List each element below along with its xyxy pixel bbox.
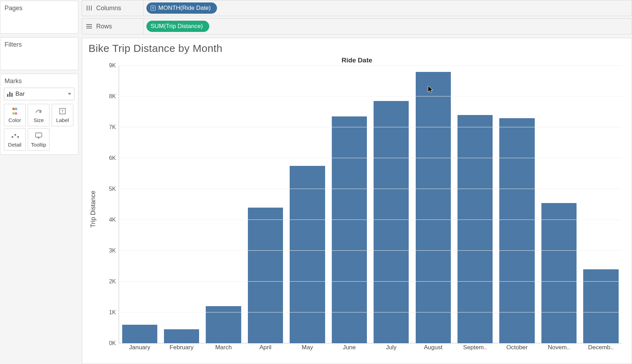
size-button-label: Size xyxy=(33,117,44,123)
bar[interactable] xyxy=(374,101,409,343)
detail-button-label: Detail xyxy=(8,142,21,148)
svg-rect-3 xyxy=(35,133,42,137)
columns-icon xyxy=(86,5,93,11)
color-button-label: Color xyxy=(8,117,21,123)
bar[interactable] xyxy=(248,208,283,343)
rows-shelf[interactable]: Rows SUM(Trip Distance) xyxy=(82,18,632,34)
pages-title: Pages xyxy=(0,1,78,14)
columns-shelf[interactable]: Columns + MONTH(Ride Date) xyxy=(82,0,632,16)
mark-type-selector[interactable]: Bar xyxy=(4,88,74,100)
detail-button[interactable]: Detail xyxy=(4,128,26,151)
size-button[interactable]: Size xyxy=(28,104,50,126)
columns-pill[interactable]: + MONTH(Ride Date) xyxy=(146,2,217,14)
bar[interactable] xyxy=(457,115,493,343)
x-tick-label: February xyxy=(160,344,202,352)
x-tick-label: June xyxy=(328,344,370,352)
columns-shelf-label: Columns xyxy=(96,5,121,12)
label-icon: T xyxy=(59,107,66,115)
detail-icon xyxy=(11,132,19,140)
columns-pill-label: MONTH(Ride Date) xyxy=(158,5,211,12)
mark-type-label: Bar xyxy=(15,90,25,97)
bar[interactable] xyxy=(164,329,199,343)
label-button-label: Label xyxy=(56,117,69,123)
bar[interactable] xyxy=(122,325,157,343)
color-icon xyxy=(11,107,18,115)
bar[interactable] xyxy=(416,72,451,343)
bar[interactable] xyxy=(290,166,325,343)
size-icon xyxy=(35,107,42,115)
y-tick-label: 4K xyxy=(96,217,116,223)
plus-icon: + xyxy=(151,6,156,11)
y-tick-label: 5K xyxy=(96,186,116,192)
y-tick-label: 3K xyxy=(96,248,116,254)
tooltip-button-label: Tooltip xyxy=(31,142,46,148)
y-tick-label: 7K xyxy=(96,124,116,130)
y-tick-label: 9K xyxy=(96,62,116,69)
x-tick-label: July xyxy=(370,344,412,352)
viz-area[interactable]: Bike Trip Distance by Month Ride Date Tr… xyxy=(82,38,632,364)
bar[interactable] xyxy=(541,203,577,343)
rows-pill-label: SUM(Trip Distance) xyxy=(151,23,203,30)
color-button[interactable]: Color xyxy=(4,104,26,126)
x-tick-label: Novem.. xyxy=(538,344,580,352)
tooltip-button[interactable]: Tooltip xyxy=(28,128,50,151)
x-tick-label: May xyxy=(287,344,328,352)
bar[interactable] xyxy=(583,269,618,343)
chevron-down-icon xyxy=(68,93,71,95)
filters-title: Filters xyxy=(0,38,78,50)
y-tick-label: 6K xyxy=(96,155,116,161)
x-tick-label: August xyxy=(412,344,454,352)
chart-title: Bike Trip Distance by Month xyxy=(88,42,625,54)
x-tick-label: Decemb.. xyxy=(580,344,622,352)
rows-icon xyxy=(86,23,93,29)
tooltip-icon xyxy=(35,132,42,140)
filters-panel[interactable]: Filters xyxy=(0,37,78,70)
rows-pill[interactable]: SUM(Trip Distance) xyxy=(146,21,209,32)
y-tick-label: 0K xyxy=(96,340,116,346)
pages-panel[interactable]: Pages xyxy=(0,1,78,34)
y-tick-label: 8K xyxy=(96,93,116,100)
x-tick-label: Septem.. xyxy=(454,344,496,352)
x-tick-label: October xyxy=(496,344,538,352)
bar-icon xyxy=(7,91,13,97)
x-tick-label: March xyxy=(203,344,244,352)
marks-panel: Marks Bar Color xyxy=(0,74,78,155)
svg-text:T: T xyxy=(61,109,64,113)
marks-title: Marks xyxy=(0,74,78,88)
label-button[interactable]: T Label xyxy=(52,104,73,126)
rows-shelf-label: Rows xyxy=(96,23,112,30)
bar[interactable] xyxy=(332,116,367,343)
x-tick-label: January xyxy=(119,344,160,352)
y-tick-label: 1K xyxy=(96,309,116,316)
svg-point-0 xyxy=(40,111,41,112)
chart-subtitle: Ride Date xyxy=(88,56,625,64)
y-tick-label: 2K xyxy=(96,278,116,285)
bar[interactable] xyxy=(499,118,534,343)
x-tick-label: April xyxy=(244,344,286,352)
